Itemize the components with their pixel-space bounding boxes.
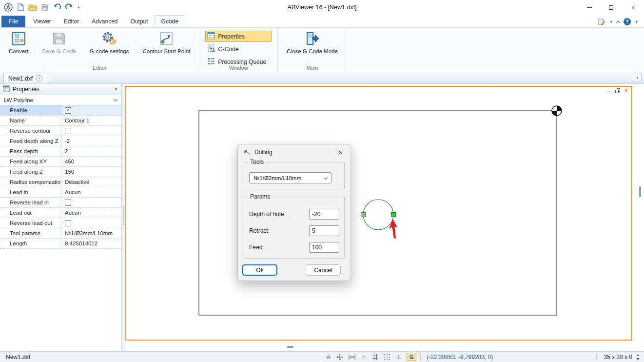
- property-value[interactable]: 450: [61, 157, 121, 166]
- dialog-close-icon[interactable]: ×: [333, 147, 348, 158]
- property-row-feed-z[interactable]: Feed along Z 150: [0, 167, 121, 177]
- viewport-restore-icon[interactable]: [615, 88, 620, 93]
- convert-button[interactable]: G0G1 Convert: [4, 29, 33, 54]
- open-file-icon[interactable]: [28, 3, 37, 12]
- feed-input[interactable]: [309, 242, 339, 253]
- move-icon[interactable]: [336, 354, 343, 361]
- property-row-radius-compensation[interactable]: Radius compensation Désactivé: [0, 177, 121, 187]
- property-row-enable[interactable]: Enable ✓: [0, 105, 121, 116]
- property-row-reverse-lead-in[interactable]: Reverse lead in: [0, 198, 121, 208]
- property-value[interactable]: -2: [61, 136, 121, 146]
- vertical-scrollbar-thumb[interactable]: [639, 186, 641, 197]
- save-gcode-button[interactable]: Save G-Code: [37, 29, 81, 54]
- drawing-canvas[interactable]: [126, 87, 631, 340]
- properties-panel-header: Properties ×: [0, 84, 121, 95]
- workspace-dropdown-icon[interactable]: ▼: [609, 20, 613, 23]
- gcode-window-button[interactable]: G G-Code: [205, 43, 272, 55]
- entity-type-dropdown[interactable]: LW Polyline: [0, 95, 121, 105]
- property-value[interactable]: №1/Ø2mm/L10mm: [61, 228, 121, 238]
- document-tab[interactable]: New1.dxf ×: [3, 73, 47, 83]
- tab-advanced[interactable]: Advanced: [85, 16, 124, 27]
- tool-dropdown[interactable]: №1/Ø2mm/L10mm: [249, 172, 332, 183]
- save-gcode-label: Save G-Code: [42, 48, 76, 54]
- dimensions-spinner[interactable]: [635, 353, 644, 361]
- workspace-icon[interactable]: [598, 19, 605, 25]
- origin-marker: [552, 106, 562, 116]
- new-file-icon[interactable]: [16, 3, 25, 12]
- direction-arrow: [389, 219, 397, 239]
- circle-handle-right[interactable]: [391, 213, 396, 217]
- enable-checkbox[interactable]: ✓: [65, 107, 71, 114]
- reverse-contour-checkbox[interactable]: [65, 128, 71, 134]
- properties-panel-close-icon[interactable]: ×: [114, 86, 117, 93]
- grid-icon[interactable]: [372, 354, 379, 361]
- circle-handle-left[interactable]: [361, 213, 366, 217]
- property-value[interactable]: Aucun: [61, 187, 121, 197]
- tab-output[interactable]: Output: [124, 16, 155, 27]
- close-button[interactable]: ×: [622, 0, 644, 15]
- property-value[interactable]: 150: [61, 167, 121, 177]
- dialog-titlebar[interactable]: Drilling ×: [238, 144, 351, 160]
- lineweight-icon[interactable]: [348, 354, 356, 361]
- reverse-lead-out-checkbox[interactable]: [65, 220, 71, 226]
- vertical-scrollbar[interactable]: [638, 86, 643, 341]
- tab-viewer[interactable]: Viewer: [27, 16, 57, 27]
- property-value[interactable]: Contour 1: [61, 116, 121, 125]
- ok-button[interactable]: Ok: [242, 264, 277, 276]
- snap-icon[interactable]: ∩: [361, 354, 367, 361]
- viewport-minimize-icon[interactable]: [606, 92, 611, 93]
- ortho-icon[interactable]: ⊥: [395, 354, 402, 361]
- panel-splitter[interactable]: [122, 84, 125, 351]
- property-value[interactable]: 2: [61, 146, 121, 156]
- horizontal-scrollbar[interactable]: [125, 344, 632, 349]
- property-value[interactable]: Aucun: [61, 208, 121, 218]
- property-value[interactable]: 9,425014012: [61, 239, 121, 248]
- help-icon[interactable]: ?: [624, 18, 631, 25]
- gcode-settings-button[interactable]: G-code settings: [85, 29, 134, 54]
- property-row-feed-depth-z[interactable]: Feed depth along Z -2: [0, 136, 121, 146]
- text-display-icon[interactable]: A: [325, 354, 332, 361]
- depth-of-hole-input[interactable]: [309, 209, 339, 220]
- property-row-tool-params[interactable]: Tool params №1/Ø2mm/L10mm: [0, 228, 121, 239]
- drawing-circle[interactable]: [363, 200, 393, 230]
- property-row-reverse-contour[interactable]: Reverse contour: [0, 126, 121, 136]
- redo-icon[interactable]: [65, 3, 74, 12]
- minimize-button[interactable]: [578, 0, 600, 15]
- reverse-lead-in-checkbox[interactable]: [65, 200, 71, 206]
- properties-panel-icon: [3, 85, 10, 94]
- properties-toggle-button[interactable]: Properties: [205, 31, 272, 42]
- status-filename: New1.dxf: [0, 354, 36, 361]
- horizontal-scrollbar-thumb[interactable]: [287, 346, 293, 348]
- property-label: Lead out: [0, 208, 61, 218]
- drawing-viewport[interactable]: ×: [125, 86, 632, 341]
- property-row-lead-out[interactable]: Lead out Aucun: [0, 208, 121, 218]
- maximize-button[interactable]: [600, 0, 622, 15]
- gcode-mode-toggle-icon[interactable]: G: [407, 353, 416, 361]
- collapse-ribbon-icon[interactable]: [616, 20, 620, 24]
- qat-customize-icon[interactable]: ▼: [77, 6, 80, 9]
- close-gcode-mode-button[interactable]: Close G-Code Mode: [282, 29, 343, 54]
- property-row-name[interactable]: Name Contour 1: [0, 116, 121, 126]
- help-dropdown-icon[interactable]: ▼: [635, 20, 638, 23]
- property-row-length[interactable]: Length 9,425014012: [0, 239, 121, 249]
- entity-type-value: LW Polyline: [4, 97, 114, 103]
- tab-editor[interactable]: Editor: [58, 16, 85, 27]
- retract-input[interactable]: [309, 225, 339, 236]
- undo-icon[interactable]: [53, 3, 61, 12]
- save-icon[interactable]: [40, 3, 49, 12]
- document-tab-list-icon[interactable]: ▼: [633, 74, 642, 82]
- cancel-button[interactable]: Cancel: [306, 264, 341, 276]
- document-tab-close-icon[interactable]: ×: [36, 75, 42, 81]
- property-value[interactable]: Désactivé: [61, 177, 121, 187]
- dot-grid-icon[interactable]: [384, 354, 390, 361]
- contour-start-point-button[interactable]: Contour Start Point: [138, 29, 195, 54]
- viewport-close-icon[interactable]: ×: [624, 88, 628, 93]
- property-row-feed-xy[interactable]: Feed along XY 450: [0, 157, 121, 167]
- gcode-window-icon: G: [207, 44, 215, 54]
- tab-file[interactable]: File: [1, 16, 25, 27]
- tab-gcode[interactable]: Gcode: [155, 15, 185, 28]
- property-row-lead-in[interactable]: Lead in Aucun: [0, 187, 121, 198]
- property-row-pass-depth[interactable]: Pass depth 2: [0, 146, 121, 157]
- property-row-reverse-lead-out[interactable]: Reverse lead out: [0, 218, 121, 228]
- property-label: Feed depth along Z: [0, 136, 61, 146]
